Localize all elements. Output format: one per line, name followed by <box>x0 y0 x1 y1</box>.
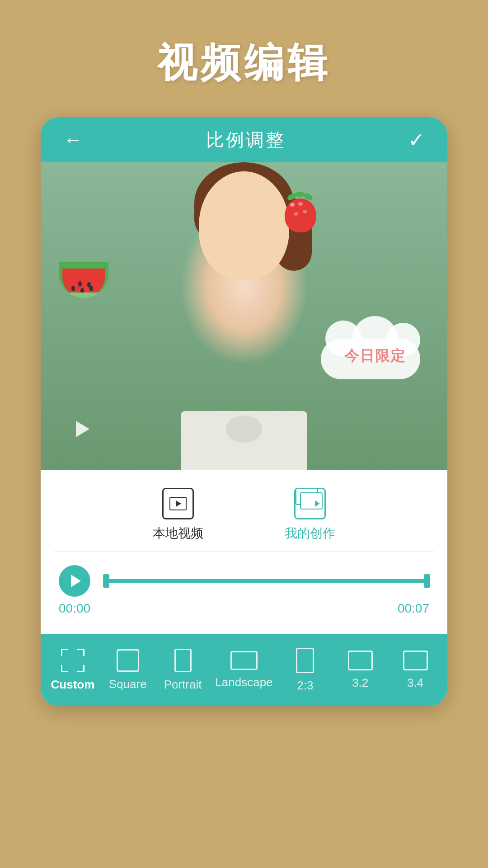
film-rect <box>169 497 187 510</box>
custom-ratio-icon <box>61 649 84 672</box>
ratio-portrait[interactable]: Portrait <box>160 649 206 692</box>
corner-tr <box>77 649 84 656</box>
ratio-custom[interactable]: Custom <box>50 649 95 692</box>
stack-icon <box>296 488 324 519</box>
ratio23-box-icon <box>296 648 314 673</box>
watermelon-outer <box>59 262 108 298</box>
media-options: 本地视频 我的创作 <box>41 483 447 551</box>
timeline-row <box>59 565 429 597</box>
ratio34-label: 3.4 <box>407 676 423 690</box>
watermelon-sticker <box>59 262 113 311</box>
local-video-option[interactable]: 本地视频 <box>153 488 203 542</box>
ratio32-label: 3.2 <box>352 676 368 690</box>
my-creation-icon <box>294 488 326 519</box>
square-ratio-icon <box>117 649 139 672</box>
watermelon-inner <box>62 269 105 298</box>
watermelon-rind <box>62 292 105 298</box>
bottom-section: 本地视频 我的创作 <box>41 470 447 634</box>
strawberry-body <box>285 198 316 232</box>
body <box>181 411 307 470</box>
portrait-box-icon <box>174 649 192 672</box>
strawberry-leaves <box>287 192 314 201</box>
video-play-button[interactable] <box>68 415 95 443</box>
ratio-3-2[interactable]: 3.2 <box>338 651 383 690</box>
card-header: ← 比例调整 ✓ <box>41 117 447 162</box>
timeline-handle-left[interactable] <box>103 574 109 588</box>
confirm-button[interactable]: ✓ <box>408 128 425 151</box>
my-creation-label: 我的创作 <box>285 525 335 542</box>
ratio-landscape[interactable]: Landscape <box>215 651 272 689</box>
timeline-handle-right[interactable] <box>424 574 430 588</box>
cloud-text: 今日限定 <box>344 346 406 366</box>
face <box>199 171 289 280</box>
page-title: 视频编辑 <box>157 36 331 90</box>
video-area: 今日限定 <box>41 162 447 470</box>
ratio-bar: Custom Square Portrait Landscape <box>41 634 447 706</box>
timeline-section: 00:00 00:07 <box>41 552 447 625</box>
ratio23-label: 2:3 <box>297 679 313 693</box>
timeline-play-button[interactable] <box>59 565 90 597</box>
expand-icon <box>61 649 84 672</box>
play-circle-icon <box>71 575 81 587</box>
play-triangle-icon <box>76 421 89 437</box>
cloud-sticker: 今日限定 <box>312 316 438 388</box>
custom-ratio-label: Custom <box>51 678 95 692</box>
portrait-ratio-icon <box>174 649 192 672</box>
ratio-3-4[interactable]: 3.4 <box>393 651 438 690</box>
square-ratio-label: Square <box>109 677 147 691</box>
landscape-box-icon <box>230 651 258 670</box>
stack-rect-2 <box>300 492 323 509</box>
corner-tl <box>61 649 68 656</box>
watermelon-seeds <box>71 286 75 291</box>
timeline-bar[interactable] <box>104 579 429 583</box>
corner-br <box>77 665 84 672</box>
header-title: 比例调整 <box>206 127 286 152</box>
landscape-ratio-label: Landscape <box>215 675 272 689</box>
timeline-start-time: 00:00 <box>59 601 90 616</box>
ratio32-box-icon <box>348 651 373 670</box>
strawberry-sticker <box>280 189 321 235</box>
app-card: ← 比例调整 ✓ <box>41 117 447 706</box>
ratio23-icon <box>296 648 314 673</box>
landscape-ratio-icon <box>230 651 258 670</box>
stack-play-icon <box>315 500 320 507</box>
timeline-end-time: 00:07 <box>398 601 429 616</box>
ratio32-icon <box>348 651 373 670</box>
corner-bl <box>61 665 68 672</box>
local-video-label: 本地视频 <box>153 525 203 542</box>
back-button[interactable]: ← <box>63 128 83 151</box>
ratio-2-3[interactable]: 2:3 <box>282 648 328 693</box>
ratio-square[interactable]: Square <box>105 649 150 691</box>
local-video-icon <box>162 488 194 519</box>
square-box-icon <box>117 649 139 672</box>
ratio34-box-icon <box>403 651 428 670</box>
ratio34-icon <box>403 651 428 670</box>
timeline-times: 00:00 00:07 <box>59 601 429 616</box>
my-creation-option[interactable]: 我的创作 <box>285 488 335 542</box>
leaf3 <box>302 192 314 201</box>
film-play-icon <box>176 500 181 507</box>
portrait-ratio-label: Portrait <box>164 678 202 692</box>
